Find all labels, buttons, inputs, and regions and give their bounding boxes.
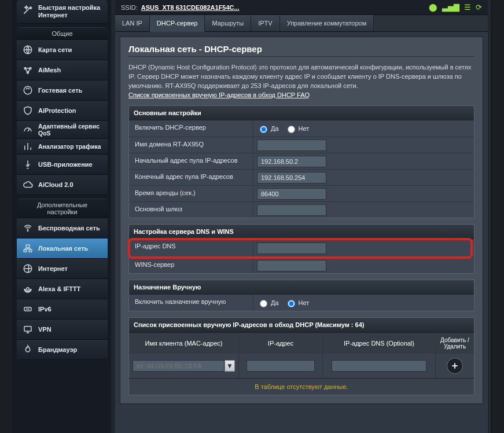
tab-routes[interactable]: Маршруты (205, 15, 251, 31)
svg-point-4 (24, 86, 32, 94)
faq-link[interactable]: Список присвоенных вручную IP-адресов в … (128, 91, 310, 98)
sidebar-item-firewall[interactable]: Брандмауэр (17, 340, 108, 360)
input-lease[interactable] (257, 188, 326, 200)
chevron-down-icon: ▼ (226, 362, 233, 370)
status-icons: ⬤ ▃▅▇ ☰ ⟳ (429, 3, 482, 12)
panel-manual: Назначение Вручную Включить назначение в… (128, 280, 474, 311)
sidebar-item-wan[interactable]: Интернет (17, 259, 108, 279)
panel-list-header: Список присвоенных вручную IP-адресов в … (129, 318, 474, 332)
sidebar-item-vpn[interactable]: VPN (17, 320, 108, 340)
input-pool-start[interactable] (257, 156, 326, 167)
sidebar-item-usb-app[interactable]: USB-приложение (17, 155, 108, 175)
sidebar-item-wireless[interactable]: Беспроводная сеть (17, 218, 108, 238)
label-lease: Время аренды (сек.) (129, 186, 253, 201)
col-act: Добавить / Удалить (436, 333, 474, 354)
label-pool-end: Конечный адрес пула IP-адресов (129, 170, 253, 185)
plus-icon (450, 361, 459, 370)
add-button[interactable] (447, 358, 463, 374)
svg-rect-7 (24, 249, 27, 252)
sidebar-item-lan[interactable]: Локальная сеть (17, 238, 108, 259)
panel-list: Список присвоенных вручную IP-адресов в … (128, 317, 474, 395)
ipv6-icon (22, 303, 34, 315)
tab-iptv[interactable]: IPTV (251, 15, 279, 31)
sidebar-item-aiprotection[interactable]: AiProtection (17, 101, 108, 121)
table-empty-message: В таблице отсутствуют данные. (129, 378, 474, 395)
quick-setup-l2: Интернет (38, 12, 100, 19)
tab-lan-ip[interactable]: LAN IP (115, 15, 150, 31)
svg-rect-6 (26, 245, 30, 248)
table-row: ▼ (129, 354, 474, 378)
bars-icon (22, 141, 34, 152)
sidebar-item-aimesh[interactable]: AiMesh (17, 60, 108, 80)
sidebar-quick-setup[interactable]: Быстрая настройка Интернет (17, 0, 108, 24)
tab-dhcp[interactable]: DHCP-сервер (150, 15, 205, 32)
col-ip: IP-адрес (239, 333, 323, 354)
mesh-icon (22, 64, 34, 76)
panel-manual-header: Назначение Вручную (129, 280, 474, 295)
radio-enable-no[interactable]: Нет (285, 124, 310, 133)
magic-wand-icon (22, 4, 34, 16)
page-description: DHCP (Dynamic Host Configuration Protoco… (128, 63, 474, 100)
radio-manual-yes[interactable]: Да (257, 298, 279, 307)
ssid-value[interactable]: ASUS_XT8 631CDE082A1F54C... (141, 4, 240, 11)
label-dns: IP-адрес DNS (129, 239, 253, 257)
tab-switch[interactable]: Управление коммутатором (280, 15, 374, 31)
col-mac: Имя клиента (MAC-адрес) (129, 333, 239, 354)
main-panel: SSID: ASUS_XT8 631CDE082A1F54C... ⬤ ▃▅▇ … (115, 0, 488, 433)
globe-icon (22, 263, 34, 274)
sidebar-advanced-title: Дополнительные настройки (17, 199, 108, 218)
flame-icon (22, 344, 34, 355)
quick-setup-l1: Быстрая настройка (38, 4, 100, 12)
sidebar-item-aicloud[interactable]: AiCloud 2.0 (17, 175, 108, 195)
input-pool-end[interactable] (257, 172, 326, 184)
sidebar-item-alexa[interactable]: Alexa & IFTTT (17, 279, 108, 299)
input-dns[interactable] (257, 243, 326, 254)
status-icon-1[interactable]: ⬤ (429, 3, 437, 12)
ssid-label: SSID: (121, 4, 138, 11)
page-title: Локальная сеть - DHCP-сервер (128, 44, 474, 54)
status-icon-4[interactable]: ⟳ (476, 3, 482, 12)
input-domain[interactable] (257, 140, 326, 151)
sidebar-general-title: Общие (17, 27, 108, 40)
svg-rect-8 (29, 249, 32, 252)
sidebar-item-guest[interactable]: Гостевая сеть (17, 80, 108, 101)
globe-icon (22, 44, 34, 56)
usb-icon (22, 159, 34, 170)
status-icon-3[interactable]: ☰ (464, 3, 471, 12)
svg-point-10 (27, 288, 30, 291)
label-domain: Имя домена RT-AX95Q (129, 137, 253, 153)
voice-icon (22, 283, 34, 295)
sidebar-item-ipv6[interactable]: IPv6 (17, 299, 108, 320)
guest-icon (22, 85, 34, 96)
input-wins[interactable] (257, 260, 326, 271)
status-bar: SSID: ASUS_XT8 631CDE082A1F54C... ⬤ ▃▅▇ … (115, 0, 488, 15)
col-dns: IP-адрес DNS (Optional) (323, 333, 436, 354)
sidebar: Быстрая настройка Интернет Общие Карта с… (13, 0, 111, 433)
gauge-icon (22, 124, 34, 135)
sidebar-item-qos[interactable]: Адаптивный сервис QoS (17, 121, 108, 139)
label-wins: WINS-сервер (129, 258, 253, 273)
label-manual-enable: Включить назначение вручную (129, 295, 253, 311)
panel-basic: Основные настройки Включить DHCP-сервер … (128, 105, 474, 218)
svg-rect-12 (24, 326, 31, 331)
status-icon-2[interactable]: ▃▅▇ (442, 3, 459, 12)
mac-dropdown-button[interactable]: ▼ (225, 360, 235, 372)
radio-manual-no[interactable]: Нет (285, 298, 310, 307)
wifi-icon (22, 222, 34, 234)
sidebar-item-traffic-analyzer[interactable]: Анализатор трафика (17, 139, 108, 155)
svg-point-5 (27, 230, 28, 232)
input-gateway[interactable] (257, 204, 326, 216)
input-row-ip[interactable] (247, 360, 315, 372)
sidebar-item-network-map[interactable]: Карта сети (17, 40, 108, 60)
lan-icon (22, 243, 34, 254)
label-gateway: Основной шлюз (129, 202, 253, 218)
shield-icon (22, 105, 34, 116)
panel-basic-header: Основные настройки (129, 106, 474, 120)
table-header: Имя клиента (MAC-адрес) IP-адрес IP-адре… (129, 332, 474, 354)
panel-dns-header: Настройка сервера DNS и WINS (129, 225, 474, 239)
label-enable-dhcp: Включить DHCP-сервер (129, 120, 253, 137)
radio-enable-yes[interactable]: Да (257, 124, 279, 133)
input-mac[interactable] (133, 360, 225, 372)
input-row-dns[interactable] (332, 360, 426, 372)
panel-dns: Настройка сервера DNS и WINS IP-адрес DN… (128, 224, 474, 274)
